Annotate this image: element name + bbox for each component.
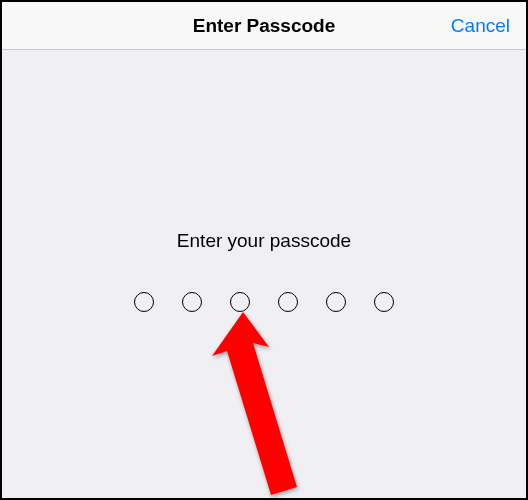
passcode-dot-2 xyxy=(182,292,202,312)
passcode-dot-6 xyxy=(374,292,394,312)
passcode-dot-5 xyxy=(326,292,346,312)
cancel-button[interactable]: Cancel xyxy=(451,15,510,37)
page-title: Enter Passcode xyxy=(193,15,336,37)
content-area: Enter your passcode xyxy=(2,50,526,312)
passcode-dot-3 xyxy=(230,292,250,312)
annotation-arrow-icon xyxy=(195,305,325,500)
passcode-dot-4 xyxy=(278,292,298,312)
navigation-bar: Enter Passcode Cancel xyxy=(2,2,526,50)
svg-marker-0 xyxy=(212,312,297,495)
passcode-prompt: Enter your passcode xyxy=(177,230,351,252)
passcode-input[interactable] xyxy=(134,292,394,312)
passcode-dot-1 xyxy=(134,292,154,312)
